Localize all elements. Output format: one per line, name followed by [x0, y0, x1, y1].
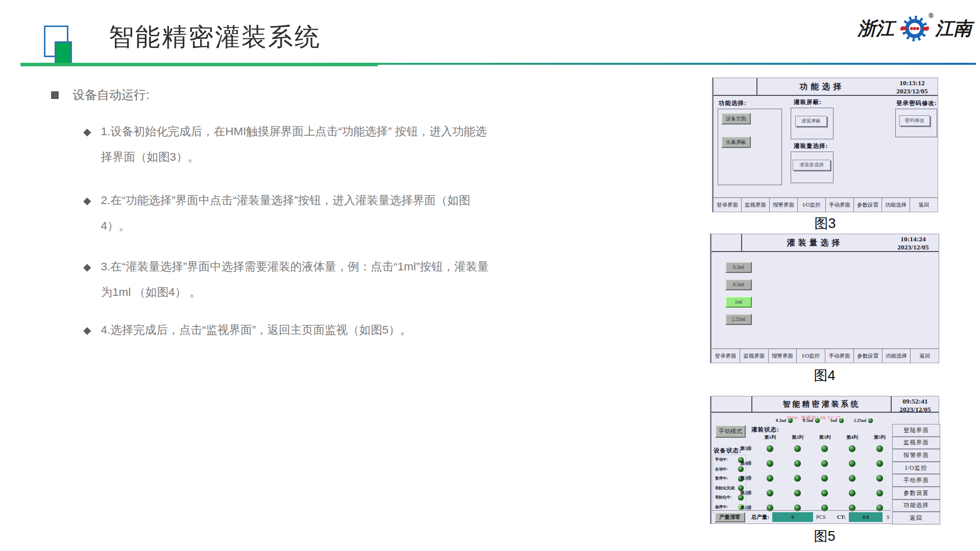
volume-button-1ml[interactable]: 1ml: [725, 296, 752, 308]
row-led-cells: [756, 490, 893, 496]
led-cell: [866, 475, 893, 482]
status-label: 初始化完成:: [715, 486, 736, 490]
led-cell: [784, 475, 812, 482]
fig3-fill-volume-label: 灌装量选择:: [794, 142, 828, 150]
fill-led: [876, 460, 883, 467]
fill-led: [767, 445, 773, 452]
hmi-screen-volume-select: 灌装量选择 10:14:24 2023/12/05 0.3ml0.5ml1ml2…: [710, 234, 939, 363]
right-nav-手动界面[interactable]: 手动界面: [892, 474, 940, 487]
volume-button-2.25ml[interactable]: 2.25ml: [725, 314, 752, 325]
volume-led-item: 0.3ml: [776, 418, 793, 423]
fig3-screen-title: 功能选择: [757, 78, 887, 95]
led-cell: [839, 475, 866, 482]
fill-led: [794, 490, 801, 496]
fig4-date: 2023/12/05: [888, 243, 939, 252]
fig4-titlebar-left-cell: [712, 234, 742, 251]
total-production-unit: PCS: [816, 514, 826, 520]
title-divider-green: [20, 65, 378, 66]
nav-item-I/O监控[interactable]: I/O监控: [798, 198, 826, 212]
production-clear-button[interactable]: 产量清零: [715, 512, 745, 522]
fill-led: [849, 490, 855, 496]
fig4-clock: 10:14:24 2023/12/05: [888, 234, 939, 251]
led-cell: [866, 460, 893, 467]
filling-status-label: 灌装状态:: [751, 426, 779, 434]
page-title: 智能精密灌装系统: [109, 20, 321, 54]
led-cell: [866, 490, 893, 496]
bullet-item: ◆4.选择完成后，点击“监视界面”，返回主页面监视（如图5）。: [83, 317, 522, 343]
right-nav-监视界面[interactable]: 监视界面: [892, 437, 940, 449]
column-header: 第2列: [784, 434, 812, 441]
nav-item-手动界面[interactable]: 手动界面: [826, 198, 854, 212]
light-curtain-mask-button[interactable]: 光幕屏蔽: [721, 136, 751, 148]
column-header: 第4列: [839, 434, 866, 441]
nav-item-返回[interactable]: 返回: [910, 198, 938, 212]
nav-item-监视界面[interactable]: 监视界面: [740, 349, 769, 363]
password-change-button[interactable]: 密码修改: [899, 115, 930, 126]
volume-led-label: 0.3ml: [776, 418, 786, 423]
volume-button-0.3ml[interactable]: 0.3ml: [725, 262, 752, 273]
fig3-caption: 图3: [712, 214, 938, 233]
title-square-filled: [55, 41, 72, 65]
nav-item-参数设置[interactable]: 参数设置: [854, 349, 883, 363]
section-header-label: 设备自动运行:: [72, 87, 150, 103]
fig5-time: 09:52:41: [892, 397, 939, 406]
nav-item-报警界面[interactable]: 报警界面: [769, 349, 797, 363]
fig5-caption: 图5: [710, 527, 939, 545]
fig3-left-label: 功能选择:: [719, 99, 747, 107]
fill-led: [821, 490, 828, 496]
hmi-screen-main-monitor: 智能精密灌装系统 09:52:41 2023/12/05 7000: 急停中! …: [710, 396, 939, 524]
bullet-text: 2.在“功能选择”界面中点击“灌装量选择”按钮，进入灌装量选择界面（如图4）。: [101, 188, 488, 239]
bullet-item: ◆3.在“灌装量选择”界面中选择需要灌装的液体量，例：点击“1ml”按钮，灌装量…: [83, 254, 522, 305]
nav-item-报警界面[interactable]: 报警界面: [770, 198, 798, 212]
status-label: 手动中:: [715, 458, 736, 462]
ct-value: 0.0: [849, 512, 883, 522]
square-bullet-icon: [51, 91, 59, 99]
right-nav-登陆界面[interactable]: 登陆界面: [892, 424, 940, 437]
bullet-list: ◆1.设备初始化完成后，在HMI触摸屏界面上点击“功能选择” 按钮，进入功能选择…: [83, 119, 522, 343]
fig5-date: 2023/12/05: [892, 406, 939, 414]
right-nav-参数设置[interactable]: 参数设置: [892, 487, 940, 499]
led-cell: [784, 445, 812, 452]
volume-button-0.5ml[interactable]: 0.5ml: [725, 279, 752, 290]
row-led-cells: [756, 460, 893, 467]
volume-led-label: 0.5ml: [803, 418, 813, 423]
fill-led: [849, 445, 855, 452]
column-header: 第5列: [866, 434, 893, 441]
fill-led: [794, 475, 801, 482]
device-dry-run-button[interactable]: 设备空跑: [721, 113, 751, 124]
bullet-item: ◆1.设备初始化完成后，在HMI触摸屏界面上点击“功能选择” 按钮，进入功能选择…: [83, 119, 522, 170]
fill-volume-select-button[interactable]: 灌装量选择: [793, 160, 830, 170]
manual-mode-button[interactable]: 手动模式: [715, 425, 746, 438]
nav-item-手动界面[interactable]: 手动界面: [825, 349, 854, 363]
volume-led-label: 2.25ml: [854, 418, 866, 423]
nav-item-监视界面[interactable]: 监视界面: [742, 198, 770, 212]
volume-led-item: 1ml: [830, 418, 844, 423]
fill-mask-button[interactable]: 灌装屏蔽: [795, 116, 827, 127]
company-logo: 浙江 ® 江南: [857, 14, 972, 43]
nav-item-功能选择[interactable]: 功能选择: [882, 198, 910, 212]
right-nav-功能选择[interactable]: 功能选择: [892, 499, 940, 512]
status-label: 自动中:: [715, 467, 736, 471]
volume-led-item: 0.5ml: [803, 418, 820, 423]
section-header: 设备自动运行:: [51, 87, 150, 103]
nav-item-功能选择[interactable]: 功能选择: [883, 349, 911, 363]
nav-item-登录界面[interactable]: 登录界面: [714, 198, 742, 212]
right-nav-返回[interactable]: 返回: [892, 512, 940, 524]
fig3-fill-mask-label: 灌装屏蔽:: [794, 98, 822, 106]
fig3-titlebar-left-cell: [714, 78, 757, 95]
nav-item-I/O监控[interactable]: I/O监控: [797, 349, 825, 363]
nav-item-登录界面[interactable]: 登录界面: [712, 349, 740, 363]
nav-item-返回[interactable]: 返回: [911, 349, 939, 363]
right-nav-报警界面[interactable]: 报警界面: [892, 449, 940, 462]
volume-led-row: 0.3ml0.5ml1ml2.25ml: [776, 418, 873, 423]
fill-led: [876, 475, 883, 482]
grid-row: 第2排: [740, 486, 893, 500]
led-cell: [839, 490, 866, 496]
row-label: 第3排: [740, 475, 756, 482]
fig5-clock: 09:52:41 2023/12/05: [891, 396, 939, 412]
fig5-right-nav: 登陆界面监视界面报警界面I/O监控手动界面参数设置功能选择返回: [892, 424, 940, 524]
grid-row: 第5排: [740, 441, 893, 456]
right-nav-I/O监控[interactable]: I/O监控: [892, 462, 940, 474]
nav-item-参数设置[interactable]: 参数设置: [854, 198, 882, 212]
row-led-cells: [756, 475, 893, 482]
